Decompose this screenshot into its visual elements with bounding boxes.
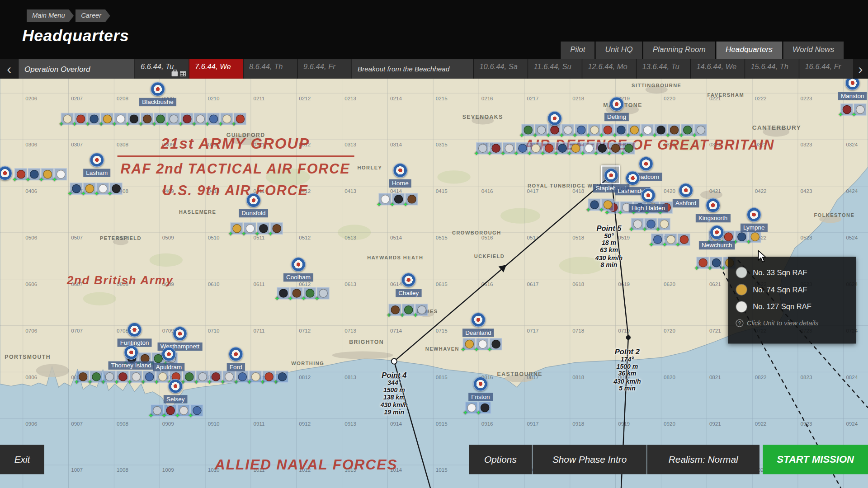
airfield-selsey[interactable]: Selsey — [168, 379, 183, 394]
squadron-icon[interactable]: + — [405, 193, 418, 205]
breadcrumb-career[interactable]: Career — [75, 9, 110, 22]
squadron-icon[interactable]: + — [402, 304, 415, 316]
squadron-icon[interactable]: + — [614, 124, 627, 136]
airfield-label[interactable]: Newchurch — [699, 241, 735, 249]
squadron-icon[interactable]: + — [489, 142, 502, 155]
squadron-icon[interactable]: + — [503, 142, 515, 155]
airfield-label[interactable]: Lasham — [83, 169, 110, 177]
timeline-6-6-44-tu[interactable]: 6.6.44, Tu — [135, 59, 189, 79]
airfield-label[interactable]: High Halden — [629, 204, 668, 212]
airfield-lympne[interactable]: Lympne — [747, 207, 761, 222]
squadron-icon[interactable]: + — [154, 113, 166, 125]
squadron-icon[interactable]: + — [244, 222, 256, 235]
airfield-apuldram[interactable]: Apuldram — [162, 347, 176, 361]
squadron-icon[interactable]: + — [277, 287, 289, 300]
squadron-icon[interactable]: + — [478, 402, 491, 414]
airfield-dunsfold[interactable]: Dunsfold — [246, 193, 261, 207]
squadron-icon[interactable]: + — [209, 371, 222, 383]
airfield-label[interactable]: Coolham — [283, 273, 313, 282]
show-phase-intro-button[interactable]: Show Phase Intro — [533, 445, 646, 474]
airfield-kingsnorth[interactable]: Kingsnorth — [706, 198, 720, 212]
squadron-icon[interactable]: + — [194, 113, 207, 125]
tooltip-unit-row[interactable]: No. 127 Sqn RAF — [736, 298, 848, 315]
squadron-icon[interactable]: + — [83, 183, 96, 195]
squadron-icon[interactable]: + — [290, 287, 303, 300]
squadron-icon[interactable]: + — [177, 404, 190, 417]
squadron-icon[interactable]: + — [167, 113, 180, 125]
squadron-icon[interactable]: + — [316, 287, 329, 300]
airfield-deanland[interactable]: Deanland — [471, 313, 486, 327]
squadron-icon[interactable]: + — [521, 124, 534, 136]
airfield-newchurch[interactable]: Newchurch — [710, 225, 724, 239]
squadron-icon[interactable]: + — [90, 371, 102, 383]
airfield-horne[interactable]: Horne — [393, 163, 407, 178]
realism-button[interactable]: Realism: Normal — [647, 445, 760, 474]
squadron-icon[interactable]: + — [257, 222, 269, 235]
squadron-icon[interactable]: + — [694, 124, 707, 136]
squadron-icon[interactable]: + — [681, 124, 693, 136]
squadron-icon[interactable]: + — [609, 142, 622, 155]
timeline-12-6-44-mo[interactable]: 12.6.44, Mo — [582, 59, 636, 79]
squadron-icon[interactable]: + — [87, 113, 100, 125]
squadron-icon[interactable]: + — [207, 113, 220, 125]
tooltip-unit-row[interactable]: No. 33 Sqn RAF — [736, 264, 848, 281]
squadron-icon[interactable]: + — [143, 371, 156, 383]
squadron-icon[interactable]: + — [196, 371, 208, 383]
airfield-label[interactable]: Friston — [468, 393, 492, 401]
airfield-ashford[interactable]: Ashford — [679, 183, 693, 197]
airfield-label[interactable]: Selsey — [164, 395, 188, 403]
airfield-coolham[interactable]: Coolham — [291, 257, 306, 272]
squadron-icon[interactable]: + — [180, 113, 193, 125]
airfield-funtington[interactable]: Funtington — [127, 323, 142, 337]
squadron-icon[interactable]: + — [840, 103, 853, 116]
airfield-label[interactable]: Chailey — [396, 289, 421, 297]
airfield-label[interactable]: Ashford — [673, 199, 699, 207]
airfield-label[interactable]: Horne — [389, 179, 411, 188]
squadron-icon[interactable]: + — [548, 124, 561, 136]
squadron-icon[interactable]: + — [116, 371, 129, 383]
airfield-label[interactable]: Ford — [227, 363, 245, 371]
squadron-icon[interactable]: + — [696, 257, 709, 269]
squadron-icon[interactable]: + — [588, 199, 600, 211]
timeline-11-6-44-su[interactable]: 11.6.44, Su — [528, 59, 582, 79]
airfield-friston[interactable]: Friston — [473, 377, 488, 391]
squadron-icon[interactable]: + — [41, 168, 54, 180]
squadron-icon[interactable]: + — [596, 142, 609, 155]
timeline-15-6-44-th[interactable]: 15.6.44, Th — [745, 59, 799, 79]
squadron-icon[interactable]: + — [101, 113, 113, 125]
squadron-icon[interactable]: + — [70, 183, 82, 195]
squadron-icon[interactable]: + — [96, 183, 109, 195]
squadron-icon[interactable]: + — [658, 218, 670, 230]
squadron-icon[interactable]: + — [641, 124, 654, 136]
squadron-icon[interactable]: + — [114, 113, 127, 125]
squadron-icon[interactable]: + — [601, 199, 614, 211]
airfield-thorney-island[interactable]: Thorney Island — [124, 345, 138, 360]
airfield-headcorn[interactable]: Headcorn — [639, 157, 653, 171]
squadron-icon[interactable]: + — [109, 183, 122, 195]
squadron-icon[interactable]: + — [127, 113, 140, 125]
squadron-icon[interactable]: + — [130, 371, 142, 383]
timeline-16-6-44-fr[interactable]: 16.6.44, Fr — [799, 59, 853, 79]
airfield-ford[interactable]: Ford — [229, 347, 243, 361]
squadron-icon[interactable]: + — [476, 338, 489, 350]
squadron-icon[interactable]: + — [516, 142, 528, 155]
timeline-prev-button[interactable]: ‹ — [0, 59, 18, 79]
squadron-icon[interactable]: + — [561, 124, 574, 136]
squadron-icon[interactable]: + — [582, 142, 595, 155]
exit-button[interactable]: Exit — [0, 445, 44, 474]
squadron-icon[interactable]: + — [270, 222, 283, 235]
squadron-icon[interactable]: + — [230, 222, 243, 235]
squadron-icon[interactable]: + — [854, 103, 866, 116]
squadron-icon[interactable]: + — [654, 124, 667, 136]
timeline-10-6-44-sa[interactable]: 10.6.44, Sa — [473, 59, 528, 79]
squadron-icon[interactable]: + — [262, 371, 275, 383]
airfield-label[interactable]: Dunsfold — [239, 209, 268, 217]
timeline-next-button[interactable]: › — [853, 59, 868, 79]
airfield-high-halden[interactable]: High Halden — [641, 188, 656, 202]
airfield-marker[interactable] — [547, 111, 562, 126]
squadron-icon[interactable]: + — [415, 304, 428, 316]
tab-unit-hq[interactable]: Unit HQ — [596, 42, 642, 59]
squadron-icon[interactable]: + — [76, 371, 89, 383]
squadron-icon[interactable]: + — [103, 371, 116, 383]
airfield-blackbushe[interactable]: Blackbushe — [151, 82, 165, 96]
